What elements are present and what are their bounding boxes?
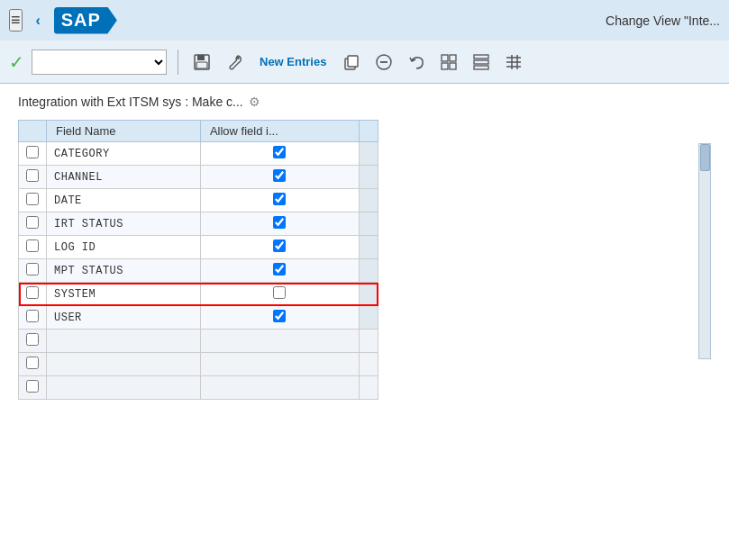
row-select-checkbox[interactable]	[26, 310, 39, 322]
svg-rect-12	[474, 55, 488, 59]
field-name-cell: CATEGORY	[47, 142, 201, 166]
grid3-button[interactable]	[501, 50, 526, 75]
check-button[interactable]: ✓	[9, 51, 24, 73]
field-name-cell: SYSTEM	[47, 283, 201, 306]
field-name-text: CHANNEL	[54, 171, 103, 184]
empty-cell	[200, 376, 359, 400]
empty-cell	[360, 330, 378, 353]
row-select-cell	[19, 166, 47, 189]
row-select-checkbox[interactable]	[26, 263, 39, 275]
field-name-cell: LOG ID	[47, 236, 201, 259]
allow-field-checkbox[interactable]	[273, 286, 286, 299]
empty-row-checkbox[interactable]	[26, 333, 39, 346]
new-entries-button[interactable]: New Entries	[254, 51, 332, 72]
hamburger-menu[interactable]: ≡	[9, 9, 23, 32]
scroll-col-cell	[360, 142, 378, 166]
table-row: DATE	[19, 189, 378, 212]
allow-field-checkbox[interactable]	[273, 193, 286, 205]
row-select-checkbox[interactable]	[26, 146, 39, 158]
scroll-col-cell	[360, 259, 378, 283]
allow-field-cell	[200, 259, 359, 283]
scroll-col-cell	[360, 236, 378, 259]
scroll-track[interactable]	[698, 143, 711, 359]
section-settings-icon[interactable]: ⚙	[249, 95, 260, 109]
col-allow-field-header: Allow field i...	[200, 121, 359, 142]
row-select-checkbox[interactable]	[26, 286, 39, 299]
allow-field-cell	[200, 142, 359, 166]
empty-cell	[19, 376, 47, 400]
empty-row-checkbox[interactable]	[26, 357, 39, 369]
allow-field-cell	[200, 306, 359, 330]
empty-cell	[360, 376, 378, 400]
copy-button[interactable]	[339, 50, 364, 75]
top-bar: ≡ ‹ SAP Change View "Inte...	[0, 0, 729, 41]
svg-rect-8	[442, 55, 448, 61]
svg-rect-1	[197, 55, 205, 60]
empty-row-checkbox[interactable]	[26, 380, 39, 393]
empty-table-row	[19, 330, 378, 353]
empty-cell	[200, 353, 359, 376]
row-select-checkbox[interactable]	[26, 216, 39, 229]
minus-button[interactable]	[371, 50, 396, 75]
allow-field-checkbox[interactable]	[273, 146, 286, 158]
row-select-cell	[19, 142, 47, 166]
svg-rect-14	[474, 66, 488, 69]
section-title: Integration with Ext ITSM sys : Make c..…	[18, 95, 711, 109]
col-scroll-header	[360, 121, 378, 142]
allow-field-checkbox[interactable]	[273, 239, 286, 252]
field-name-text: USER	[54, 312, 82, 324]
section-title-text: Integration with Ext ITSM sys : Make c..…	[18, 95, 243, 109]
field-name-cell: MPT STATUS	[47, 259, 201, 283]
allow-field-checkbox[interactable]	[273, 169, 286, 182]
sap-logo: SAP	[54, 7, 117, 34]
wrench-button[interactable]	[222, 50, 247, 75]
empty-cell	[47, 376, 201, 400]
allow-field-checkbox[interactable]	[273, 263, 286, 275]
scroll-col-cell	[360, 306, 378, 330]
empty-cell	[47, 353, 201, 376]
svg-rect-10	[442, 63, 448, 69]
undo-button[interactable]	[404, 50, 429, 75]
back-button[interactable]: ‹	[36, 13, 41, 29]
field-name-cell: CHANNEL	[47, 166, 201, 189]
svg-rect-2	[196, 62, 207, 68]
svg-rect-13	[474, 60, 488, 64]
row-select-checkbox[interactable]	[26, 239, 39, 252]
svg-rect-11	[450, 63, 456, 69]
field-name-text: LOG ID	[54, 241, 96, 254]
allow-field-cell	[200, 236, 359, 259]
svg-rect-9	[450, 55, 456, 61]
scroll-col-cell	[360, 166, 378, 189]
allow-field-checkbox[interactable]	[273, 310, 286, 322]
row-select-cell	[19, 189, 47, 212]
field-name-text: IRT STATUS	[54, 218, 123, 230]
grid1-button[interactable]	[436, 50, 461, 75]
svg-rect-5	[348, 56, 358, 67]
header-title: Change View "Inte...	[606, 14, 720, 28]
dropdown-select[interactable]	[32, 50, 167, 75]
save-button[interactable]	[189, 50, 214, 75]
table-row: IRT STATUS	[19, 212, 378, 236]
row-select-cell	[19, 212, 47, 236]
allow-field-checkbox[interactable]	[273, 216, 286, 229]
empty-cell	[200, 330, 359, 353]
row-select-checkbox[interactable]	[26, 169, 39, 182]
field-name-text: MPT STATUS	[54, 265, 123, 277]
empty-cell	[360, 353, 378, 376]
toolbar-separator-1	[178, 50, 178, 75]
empty-cell	[19, 353, 47, 376]
scroll-thumb[interactable]	[700, 144, 710, 171]
table-row: SYSTEM	[19, 283, 378, 306]
table-row: CATEGORY	[19, 142, 378, 166]
row-select-checkbox[interactable]	[26, 193, 39, 205]
field-name-text: SYSTEM	[54, 288, 96, 301]
col-field-name-header: Field Name	[47, 121, 201, 142]
row-select-cell	[19, 236, 47, 259]
row-select-cell	[19, 283, 47, 306]
empty-cell	[47, 330, 201, 353]
grid2-button[interactable]	[469, 50, 494, 75]
empty-table-row	[19, 376, 378, 400]
table-row: LOG ID	[19, 236, 378, 259]
table-row: CHANNEL	[19, 166, 378, 189]
allow-field-cell	[200, 166, 359, 189]
